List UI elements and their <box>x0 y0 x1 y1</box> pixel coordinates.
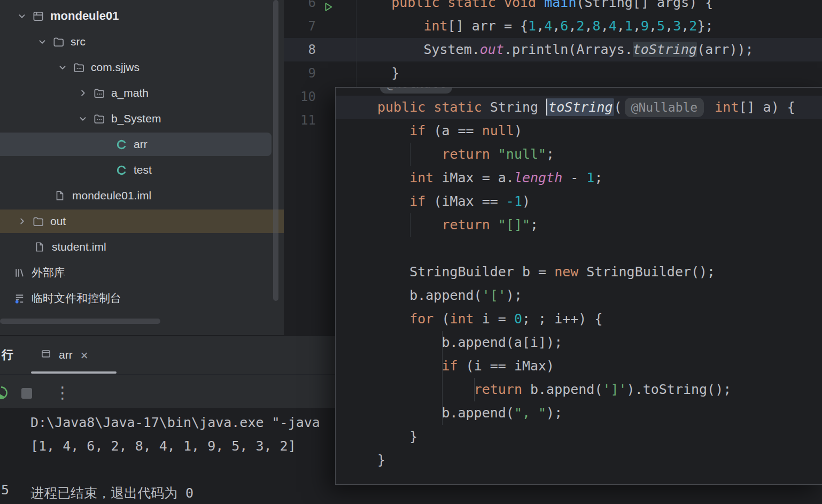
chevron-down-icon[interactable] <box>73 113 93 125</box>
class-icon <box>115 138 134 151</box>
folder-icon <box>52 36 71 48</box>
run-tab-arr[interactable]: arr ✕ <box>32 336 97 374</box>
popup-code-line-15: } <box>336 425 822 448</box>
project-vertical-scrollbar[interactable] <box>273 0 278 301</box>
editor-line-8: 8 System.out.println(Arrays.toString(arr… <box>284 38 822 61</box>
annotation-pill: @NotNull <box>380 87 452 94</box>
line-number: 8 <box>284 38 316 61</box>
popup-code-line-10: for (int i = 0; ; i++) { <box>336 307 822 331</box>
tree-item-mondeule01[interactable]: mondeule01 <box>0 3 284 29</box>
quick-definition-popup: @NotNullpublic static String toString(@N… <box>335 87 822 485</box>
line-number: 6 <box>284 0 316 14</box>
tree-item-scratches[interactable]: 临时文件和控制台 <box>0 285 284 311</box>
tree-item-com-sjjws[interactable]: com.sjjws <box>0 55 284 80</box>
popup-code-line-6: return "[]"; <box>336 213 822 237</box>
popup-code-line-2: if (a == null) <box>336 119 822 143</box>
popup-code-line-16: } <box>336 448 822 472</box>
tree-item-label: mondeule01.iml <box>72 189 156 202</box>
tree-item-label: out <box>50 215 70 228</box>
tree-item-arr[interactable]: arr <box>0 131 284 157</box>
console-window-icon <box>41 348 51 362</box>
editor-line-9: 9 } <box>284 61 822 85</box>
tree-item-label: arr <box>134 138 152 151</box>
popup-code-line-0: @NotNull <box>336 87 822 96</box>
project-icon <box>32 10 50 22</box>
popup-code-line-4: int iMax = a.length - 1; <box>336 166 822 190</box>
package-icon <box>93 113 111 125</box>
popup-code-line-9: b.append('['); <box>336 284 822 307</box>
project-panel: mondeule01srccom.sjjwsa_mathb_Systemarrt… <box>0 0 284 335</box>
package-icon <box>73 61 91 74</box>
line-number: 10 <box>284 85 316 108</box>
code-text: public static void main(String[] args) { <box>359 0 713 14</box>
scratch-icon <box>13 292 32 305</box>
more-options-icon[interactable]: ⋮ <box>55 385 71 401</box>
rerun-button[interactable] <box>0 384 10 404</box>
highlighted-identifier: toString <box>546 98 614 116</box>
code-text: System.out.println(Arrays.toString(arr))… <box>359 38 754 61</box>
code-text: int[] arr = {1,4,6,2,8,4,1,9,5,3,2}; <box>359 14 714 38</box>
tree-item-src[interactable]: src <box>0 29 284 55</box>
file-icon <box>34 241 52 253</box>
library-icon <box>13 267 32 279</box>
tree-item-external-libraries[interactable]: 外部库 <box>0 260 284 285</box>
popup-code-line-7 <box>336 237 822 260</box>
project-horizontal-scrollbar[interactable] <box>0 319 160 324</box>
popup-code-line-12: if (i == iMax) <box>336 354 822 378</box>
active-tab-indicator <box>31 371 117 374</box>
tree-item-student-iml[interactable]: student.iml <box>0 234 284 260</box>
tree-item-label: a_math <box>111 87 153 99</box>
tree-item-label: 外部库 <box>32 265 69 280</box>
popup-code-line-14: b.append(", "); <box>336 401 822 425</box>
tree-item-label: 临时文件和控制台 <box>32 291 126 306</box>
line-number: 7 <box>284 14 316 38</box>
project-tree: mondeule01srccom.sjjwsa_mathb_Systemarrt… <box>0 3 284 311</box>
chevron-down-icon[interactable] <box>12 10 32 22</box>
folder-icon <box>32 215 50 228</box>
tree-item-mondeule01-iml[interactable]: mondeule01.iml <box>0 183 284 208</box>
tree-item-label: test <box>134 164 156 176</box>
tree-item-test[interactable]: test <box>0 157 284 183</box>
chevron-right-icon[interactable] <box>12 215 32 227</box>
run-tab-label: arr <box>59 348 73 361</box>
tree-item-label: src <box>71 35 90 48</box>
chevron-down-icon[interactable] <box>52 61 73 73</box>
popup-code-line-1: public static String toString(@Nullable … <box>336 96 822 119</box>
tree-item-label: b_System <box>111 112 165 125</box>
tree-item-a-math[interactable]: a_math <box>0 80 284 106</box>
stop-button[interactable] <box>21 388 32 399</box>
run-window-title: 行 <box>2 347 13 363</box>
popup-code-line-5: if (iMax == -1) <box>336 190 822 213</box>
line-number: 9 <box>284 61 316 85</box>
tree-item-label: student.iml <box>52 241 111 253</box>
class-icon <box>115 164 134 176</box>
chevron-down-icon[interactable] <box>32 36 52 48</box>
popup-code-line-11: b.append(a[i]); <box>336 331 822 354</box>
tree-item-b-system[interactable]: b_System <box>0 106 284 131</box>
chevron-right-icon[interactable] <box>73 87 93 99</box>
tree-item-label: com.sjjws <box>91 61 144 74</box>
popup-code-line-8: StringBuilder b = new StringBuilder(); <box>336 260 822 284</box>
tree-item-out[interactable]: out <box>0 208 284 234</box>
editor-line-7: 7 int[] arr = {1,4,6,2,8,4,1,9,5,3,2}; <box>284 14 822 38</box>
close-icon[interactable]: ✕ <box>80 350 89 361</box>
popup-code-line-13: return b.append(']').toString(); <box>336 378 822 401</box>
code-text: } <box>359 61 399 85</box>
file-icon <box>54 190 72 201</box>
tree-item-label: mondeule01 <box>50 9 123 23</box>
package-icon <box>93 87 111 99</box>
toolwindow-number-label: 5 <box>1 482 9 498</box>
line-number: 11 <box>284 108 316 132</box>
console-line: 进程已结束，退出代码为 0 <box>30 482 822 504</box>
popup-code-line-3: return "null"; <box>336 143 822 166</box>
editor-line-6: 6 public static void main(String[] args)… <box>284 0 822 14</box>
annotation-pill: @Nullable <box>625 98 704 117</box>
